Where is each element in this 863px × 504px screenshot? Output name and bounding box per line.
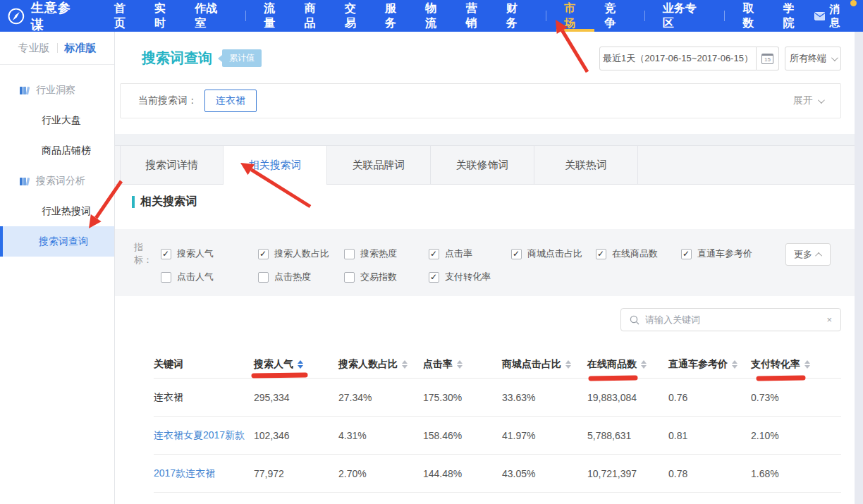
checkbox-icon bbox=[429, 272, 439, 283]
sort-icon[interactable] bbox=[565, 360, 571, 369]
sort-icon[interactable] bbox=[732, 360, 737, 369]
cell-search-popularity: 295,334 bbox=[254, 392, 338, 403]
expand-label: 展开 bbox=[793, 94, 813, 107]
checkbox-click-heat[interactable]: 点击热度 bbox=[258, 271, 344, 283]
nav-item-marketing[interactable]: 营销 bbox=[457, 0, 497, 32]
date-range-picker[interactable]: 最近1天（2017-06-15~2017-06-15） bbox=[599, 47, 757, 70]
nav-item-logistics[interactable]: 物流 bbox=[416, 0, 456, 32]
cell-click-rate: 175.30% bbox=[423, 392, 502, 403]
checkbox-online-products[interactable]: 在线商品数 bbox=[596, 247, 681, 260]
sort-icon[interactable] bbox=[457, 360, 463, 369]
checkbox-search-popularity[interactable]: 搜索人气 bbox=[161, 247, 258, 260]
keyword-cell: 连衣裙 bbox=[154, 391, 254, 404]
checkbox-label: 直通车参考价 bbox=[697, 247, 752, 260]
sidebar-item-search-word-query[interactable]: 搜索词查询 bbox=[0, 226, 114, 257]
sidebar-item-hot-search-words[interactable]: 行业热搜词 bbox=[0, 196, 114, 226]
checkbox-label: 搜索人气 bbox=[177, 247, 214, 260]
expand-toggle[interactable]: 展开 bbox=[793, 94, 823, 107]
nav-item-home[interactable]: 首页 bbox=[105, 0, 145, 32]
nav-item-academy[interactable]: 学院 bbox=[773, 0, 814, 32]
message-center[interactable]: 消息 bbox=[814, 3, 850, 30]
checkbox-icon bbox=[429, 249, 439, 259]
search-icon bbox=[630, 315, 639, 325]
tab-related-hot-words[interactable]: 关联热词 bbox=[534, 146, 638, 184]
tab-search-word-detail[interactable]: 搜索词详情 bbox=[120, 146, 224, 184]
column-header-keyword[interactable]: 关键词 bbox=[154, 358, 254, 371]
terminal-filter-dropdown[interactable]: 所有终端 bbox=[785, 47, 841, 70]
nav-item-competition[interactable]: 竞争 bbox=[595, 0, 635, 32]
keyword-search-input[interactable] bbox=[645, 314, 826, 325]
nav-divider bbox=[644, 11, 645, 21]
calendar-button[interactable]: 15 bbox=[757, 47, 779, 70]
keyword-link[interactable]: 2017款连衣裙 bbox=[154, 467, 254, 480]
column-header-mall-click-ratio[interactable]: 商城点击占比 bbox=[502, 358, 587, 371]
checkbox-search-heat[interactable]: 搜索热度 bbox=[344, 247, 429, 260]
checkbox-icon bbox=[596, 249, 606, 259]
nav-item-service[interactable]: 服务 bbox=[376, 0, 416, 32]
nav-item-goods[interactable]: 商品 bbox=[295, 0, 335, 32]
version-tab-standard[interactable]: 标准版 bbox=[58, 42, 104, 55]
sidebar-menu: 行业洞察 行业大盘 商品店铺榜 搜索词分析 行业热搜词 搜索词查询 bbox=[0, 65, 114, 257]
sort-icon[interactable] bbox=[641, 360, 647, 369]
column-label: 搜索人数占比 bbox=[338, 358, 398, 371]
column-header-search-popularity[interactable]: 搜索人气 bbox=[254, 358, 338, 371]
checkbox-click-popularity[interactable]: 点击人气 bbox=[161, 271, 258, 283]
keyword-search-box: × bbox=[620, 308, 841, 331]
checkbox-trade-index[interactable]: 交易指数 bbox=[344, 271, 429, 283]
top-nav: 生意参谋 首页 实时 作战室 流量 商品 交易 服务 物流 营销 财务 市场 竞… bbox=[0, 0, 863, 32]
tab-related-modifier-words[interactable]: 关联修饰词 bbox=[431, 146, 534, 184]
checkbox-label: 支付转化率 bbox=[445, 271, 491, 283]
column-header-click-rate[interactable]: 点击率 bbox=[423, 358, 502, 371]
detail-tabs: 搜索词详情 相关搜索词 关联品牌词 关联修饰词 关联热词 bbox=[115, 145, 855, 185]
checkbox-mall-click-ratio[interactable]: 商城点击占比 bbox=[511, 247, 596, 260]
checkbox-click-rate[interactable]: 点击率 bbox=[429, 247, 511, 260]
checkbox-payment-conversion[interactable]: 支付转化率 bbox=[429, 271, 511, 283]
nav-item-trade[interactable]: 交易 bbox=[336, 0, 376, 32]
keyword-link[interactable]: 连衣裙女夏2017新款 bbox=[154, 429, 254, 442]
nav-item-data-fetch[interactable]: 取数 bbox=[733, 0, 773, 32]
nav-item-business-zone[interactable]: 业务专区 bbox=[654, 0, 716, 32]
main-area: 搜索词查询 累计值 最近1天（2017-06-15~2017-06-15） 15… bbox=[115, 32, 855, 504]
column-label: 直通车参考价 bbox=[668, 358, 728, 371]
current-word-tag[interactable]: 连衣裙 bbox=[204, 90, 257, 112]
checkbox-icon bbox=[681, 249, 692, 259]
current-search-word-panel: 当前搜索词： 连衣裙 展开 bbox=[120, 83, 841, 118]
cell-online-products: 10,721,397 bbox=[587, 468, 668, 479]
sort-icon[interactable] bbox=[298, 360, 303, 369]
checkbox-icon bbox=[258, 249, 269, 259]
cumulative-value-badge: 累计值 bbox=[222, 49, 262, 67]
sidebar-group-industry-insight: 行业洞察 bbox=[0, 75, 114, 105]
sort-icon[interactable] bbox=[402, 360, 408, 369]
nav-item-traffic[interactable]: 流量 bbox=[255, 0, 295, 32]
nav-item-realtime[interactable]: 实时 bbox=[145, 0, 185, 32]
version-tab-pro[interactable]: 专业版 bbox=[11, 42, 57, 55]
cell-payment-conversion: 2.10% bbox=[751, 430, 841, 441]
column-header-online-products[interactable]: 在线商品数 bbox=[587, 358, 668, 371]
app-logo[interactable]: 生意参谋 bbox=[7, 0, 84, 33]
nav-item-market[interactable]: 市场 bbox=[555, 0, 595, 32]
checkbox-ztc-reference-price[interactable]: 直通车参考价 bbox=[681, 247, 773, 260]
sidebar-item-product-shop-rank[interactable]: 商品店铺榜 bbox=[0, 135, 114, 166]
more-button[interactable]: 更多 bbox=[785, 243, 831, 266]
tab-related-brand-words[interactable]: 关联品牌词 bbox=[327, 146, 431, 184]
column-header-searcher-ratio[interactable]: 搜索人数占比 bbox=[338, 358, 423, 371]
tab-related-search-words[interactable]: 相关搜索词 bbox=[224, 146, 327, 184]
table-row: 连衣裙 295,334 27.34% 175.30% 33.63% 19,883… bbox=[154, 379, 841, 417]
sidebar-item-industry-overview[interactable]: 行业大盘 bbox=[0, 105, 114, 135]
date-range-text: 最近1天（2017-06-15~2017-06-15） bbox=[603, 52, 753, 65]
sidebar-group-label: 搜索词分析 bbox=[36, 175, 85, 188]
table-row: 2017款连衣裙 77,972 2.70% 144.48% 43.05% 10,… bbox=[154, 455, 841, 493]
checkbox-icon bbox=[344, 249, 355, 259]
nav-item-warroom[interactable]: 作战室 bbox=[185, 0, 237, 32]
chevron-down-icon bbox=[831, 54, 838, 61]
column-header-ztc-price[interactable]: 直通车参考价 bbox=[668, 358, 751, 371]
nav-divider bbox=[546, 11, 546, 21]
checkbox-label: 点击率 bbox=[445, 247, 472, 260]
sidebar-group-search-analysis: 搜索词分析 bbox=[0, 166, 114, 196]
nav-item-finance[interactable]: 财务 bbox=[497, 0, 537, 32]
clear-input-icon[interactable]: × bbox=[826, 314, 832, 325]
sort-icon[interactable] bbox=[804, 360, 810, 369]
column-header-payment-conversion[interactable]: 支付转化率 bbox=[751, 358, 841, 371]
checkbox-searcher-ratio[interactable]: 搜索人数占比 bbox=[258, 247, 344, 260]
scrollbar-track[interactable] bbox=[855, 32, 863, 504]
